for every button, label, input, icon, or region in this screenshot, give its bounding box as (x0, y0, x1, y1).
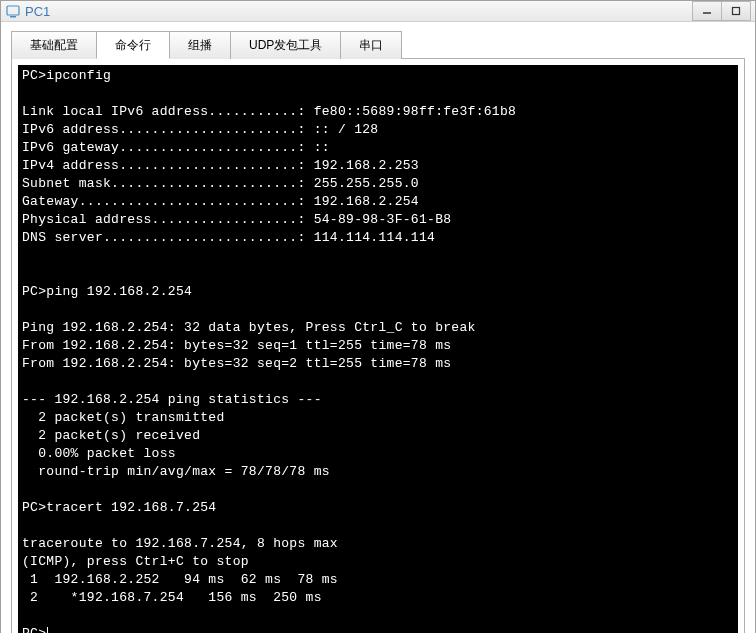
tab-label: UDP发包工具 (249, 37, 322, 54)
app-window: PC1 基础配置 命令行 组播 UDP发包工具 串口 PC>ipconfig L… (0, 0, 756, 633)
tab-content: PC>ipconfig Link local IPv6 address.....… (11, 58, 745, 633)
minimize-button[interactable] (692, 1, 722, 21)
tab-label: 基础配置 (30, 37, 78, 54)
content-area: 基础配置 命令行 组播 UDP发包工具 串口 PC>ipconfig Link … (1, 22, 755, 633)
titlebar: PC1 (1, 1, 755, 22)
tab-label: 组播 (188, 37, 212, 54)
tab-udp-tool[interactable]: UDP发包工具 (230, 31, 341, 59)
maximize-button[interactable] (721, 1, 751, 21)
tab-command-line[interactable]: 命令行 (96, 31, 170, 59)
app-icon (5, 3, 21, 19)
tab-label: 串口 (359, 37, 383, 54)
svg-rect-3 (733, 8, 740, 15)
cursor (47, 627, 48, 633)
svg-rect-0 (7, 6, 19, 15)
window-controls (693, 1, 751, 21)
tab-bar: 基础配置 命令行 组播 UDP发包工具 串口 (11, 30, 745, 58)
tab-label: 命令行 (115, 37, 151, 54)
tab-serial[interactable]: 串口 (340, 31, 402, 59)
window-title: PC1 (25, 4, 693, 19)
svg-rect-1 (10, 16, 16, 18)
tab-basic-config[interactable]: 基础配置 (11, 31, 97, 59)
tab-multicast[interactable]: 组播 (169, 31, 231, 59)
terminal[interactable]: PC>ipconfig Link local IPv6 address.....… (18, 65, 738, 633)
